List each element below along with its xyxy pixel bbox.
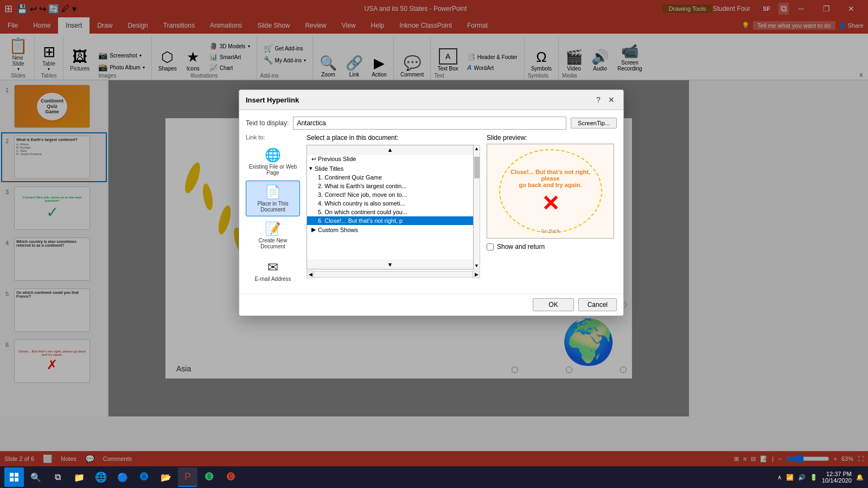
dialog-title: Insert Hyperlink [246,96,299,104]
slide-list-section-titles[interactable]: ▾Slide Titles [307,164,473,173]
slide-preview-panel: Slide preview: Close!... But that's not … [487,134,617,287]
show-return-checkbox[interactable] [487,243,494,251]
place-document-icon: 📄 [265,184,281,200]
hscroll-left-arrow[interactable]: ◀ [307,271,314,278]
dialog-help-button[interactable]: ? [593,94,604,105]
existing-file-icon: 🌐 [265,147,281,163]
svg-rect-2 [10,478,14,481]
taskbar-app2[interactable]: 🅢 [200,467,219,487]
taskbar-network[interactable]: 📶 [786,474,794,481]
show-return-label: Show and return [497,243,545,251]
nav-existing-file[interactable]: 🌐 Existing File or Web Page [246,144,300,179]
cancel-button[interactable]: Cancel [578,298,617,311]
slide-list-slide-4[interactable]: 4. Which country is also someti... [307,199,473,208]
taskbar-battery[interactable]: 🔋 [810,474,818,481]
create-document-icon: 📝 [265,221,281,236]
list-scroll-up[interactable]: ▲ [307,145,473,155]
taskbar-volume[interactable]: 🔊 [798,474,806,481]
taskbar: 🔍 ⧉ 📁 🌐 🔵 🅐 📂 P 🅢 🅒 ∧ 📶 🔊 🔋 12:37 PM 10/… [0,466,868,488]
taskbar-explorer[interactable]: 📂 [156,467,176,487]
preview-message: Close!... But that's not right, pleasego… [505,169,597,188]
taskbar-app3[interactable]: 🅒 [221,467,241,487]
slide-list-slide-2[interactable]: 2. What is Earth's largest contin... [307,182,473,190]
taskbar-edge[interactable]: 🌐 [91,467,111,487]
slide-list-slide-5[interactable]: 5. On which continent could you... [307,208,473,216]
taskbar-app1[interactable]: 🅐 [135,467,154,487]
scrollbar-up-arrow[interactable]: ▲ [474,145,480,152]
taskbar-notification[interactable]: 🔔 [856,474,864,481]
slide-list-slide-1[interactable]: 1. Continent Quiz Game [307,173,473,182]
nav-place-document[interactable]: 📄 Place in This Document [246,181,300,216]
svg-rect-1 [15,473,18,477]
dialog-close-button[interactable]: ✕ [606,94,617,105]
list-scroll-down[interactable]: ▼ [307,260,473,269]
ok-button[interactable]: OK [533,298,573,311]
email-icon: ✉ [267,260,278,275]
center-panel: Select a place in this document: ▲ ↩ Pre… [307,134,480,287]
slide-list-custom-shows[interactable]: ▶Custom Shows [307,225,473,234]
svg-rect-0 [10,473,14,477]
taskbar-search[interactable]: 🔍 [26,467,46,487]
show-return-row: Show and return [487,243,617,251]
nav-email[interactable]: ✉ E-mail Address [246,254,300,287]
slide-list-previous[interactable]: ↩ Previous Slide [307,155,473,164]
scrollbar-thumb[interactable] [474,157,480,178]
taskbar-tray: ∧ 📶 🔊 🔋 12:37 PM 10/14/2020 🔔 [777,471,864,484]
text-display-input[interactable] [293,117,566,130]
dialog-main: Link to: 🌐 Existing File or Web Page 📄 P… [246,134,617,287]
dialog-titlebar: Insert Hyperlink ? ✕ [239,90,623,110]
taskbar-tray-arrow[interactable]: ∧ [777,474,782,481]
hscroll-track [314,271,473,278]
link-to-nav: Link to: 🌐 Existing File or Web Page 📄 P… [246,134,300,287]
preview-x-mark: ✕ [541,192,560,214]
start-button[interactable] [4,467,24,487]
svg-rect-3 [15,478,18,481]
list-scrollbar[interactable]: ▲ ▼ [474,145,480,269]
slide-list-slide-6[interactable]: 6. Close!... But that's not right, p [307,216,473,225]
hscroll-right-arrow[interactable]: ▶ [473,271,480,278]
preview-go-back: Go Back [541,228,560,234]
nav-create-document[interactable]: 📝 Create New Document [246,217,300,253]
taskbar-clock[interactable]: 12:37 PM 10/14/2020 [822,471,852,484]
scrollbar-down-arrow[interactable]: ▼ [474,262,480,269]
preview-box: Close!... But that's not right, pleasego… [487,144,614,239]
dialog-body: Text to display: ScreenTip... Link to: 🌐… [239,110,623,293]
dialog-footer: OK Cancel [239,293,623,316]
text-display-label: Text to display: [246,119,289,127]
taskbar-powerpoint[interactable]: P [178,467,197,487]
taskbar-chrome[interactable]: 🔵 [113,467,132,487]
link-to-label: Link to: [246,134,300,140]
insert-hyperlink-dialog: Insert Hyperlink ? ✕ Text to display: Sc… [239,89,624,316]
horizontal-scrollbar: ◀ ▶ [307,271,480,278]
slide-list-slide-3[interactable]: 3. Correct! Nice job, move on to... [307,190,473,199]
text-display-row: Text to display: ScreenTip... [246,117,617,130]
taskbar-files[interactable]: 📁 [69,467,89,487]
taskbar-task-view[interactable]: ⧉ [48,467,67,487]
slide-list[interactable]: ▲ ↩ Previous Slide ▾Slide Titles 1. Cont… [307,145,474,269]
center-panel-label: Select a place in this document: [307,134,480,142]
preview-label: Slide preview: [487,134,617,142]
screentip-button[interactable]: ScreenTip... [571,118,617,129]
